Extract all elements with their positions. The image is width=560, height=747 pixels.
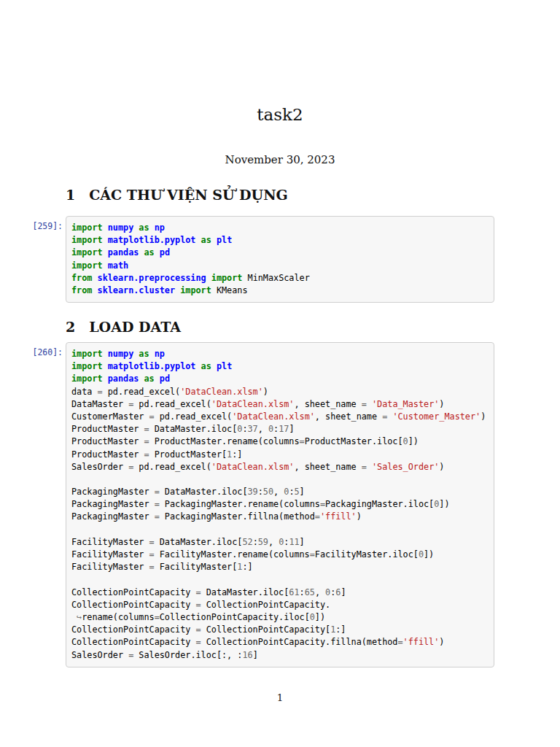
code-token: SalesOrder bbox=[71, 650, 128, 660]
code-token: as bbox=[144, 374, 154, 384]
page-number: 1 bbox=[0, 692, 560, 703]
code-token: = bbox=[320, 499, 325, 509]
pdf-page: task2 November 30, 2023 1CÁC THƯ VIỆN SỬ… bbox=[0, 0, 560, 747]
code-token: as bbox=[139, 349, 149, 359]
code-token: import bbox=[71, 349, 103, 359]
code-token bbox=[155, 374, 160, 384]
code-token: 0 bbox=[268, 424, 273, 434]
code-token: 5 bbox=[294, 487, 299, 497]
code-token: FacilityMaster.iloc[ bbox=[315, 549, 419, 560]
code-token: DataMaster.iloc[ bbox=[149, 424, 238, 434]
code-line: import numpy as np bbox=[71, 222, 492, 234]
code-line bbox=[71, 473, 492, 486]
code-token: as bbox=[201, 361, 211, 371]
code-token bbox=[211, 361, 217, 371]
code-line: import pandas as pd bbox=[71, 247, 492, 259]
code-line: FacilityMaster = DataMaster.iloc[52:59, … bbox=[71, 536, 492, 549]
code-line: PackagingMaster = PackagingMaster.rename… bbox=[71, 498, 492, 511]
code-token bbox=[103, 247, 108, 258]
code-token: ) bbox=[439, 399, 444, 409]
code-token: = bbox=[98, 387, 103, 397]
code-token: 'DataClean.xlsm' bbox=[211, 462, 295, 472]
section-number: 1 bbox=[66, 187, 75, 203]
code-token: :] bbox=[242, 562, 252, 572]
code-token: ProductMaster bbox=[71, 424, 144, 434]
code-token: MinMaxScaler bbox=[242, 273, 309, 283]
code-line: CustomerMaster = pd.read_excel('DataClea… bbox=[71, 411, 492, 423]
code-token: , bbox=[273, 487, 284, 497]
section-title: LOAD DATA bbox=[89, 319, 181, 335]
code-token: pandas bbox=[108, 374, 139, 384]
code-line: SalesOrder = SalesOrder.iloc[:, :16] bbox=[71, 649, 492, 662]
code-token bbox=[211, 235, 217, 245]
code-line: ProductMaster = DataMaster.iloc[0:37, 0:… bbox=[71, 423, 492, 436]
code-token: 0 bbox=[403, 436, 408, 446]
code-token: ] bbox=[300, 537, 305, 547]
code-token: ] bbox=[300, 487, 305, 497]
cell-execution-prompt: [260]: bbox=[0, 347, 63, 357]
code-token: from bbox=[71, 285, 92, 295]
code-token bbox=[195, 235, 201, 245]
code-token: ) bbox=[357, 511, 362, 522]
code-token: CollectionPointCapacity. bbox=[201, 600, 331, 610]
code-token: CollectionPointCapacity bbox=[71, 587, 195, 597]
code-token: : bbox=[253, 537, 258, 547]
code-token: import bbox=[71, 222, 103, 233]
code-token: 17 bbox=[279, 424, 289, 434]
code-token: FacilityMaster bbox=[71, 537, 149, 547]
code-token: , sheet_name bbox=[294, 399, 361, 409]
code-token: import bbox=[71, 361, 103, 371]
code-token: ProductMaster.rename(columns bbox=[149, 436, 300, 446]
code-token: = bbox=[397, 637, 402, 647]
code-token: 61 bbox=[289, 587, 299, 597]
code-token: 'ffill' bbox=[320, 511, 357, 522]
code-token: , bbox=[268, 537, 279, 547]
code-token: plt bbox=[217, 361, 232, 371]
section-number: 2 bbox=[66, 319, 75, 335]
code-token: PackagingMaster bbox=[71, 499, 155, 509]
code-line: CollectionPointCapacity = CollectionPoin… bbox=[71, 624, 492, 636]
code-token: = bbox=[149, 411, 155, 422]
code-token: = bbox=[144, 449, 149, 460]
code-token bbox=[103, 235, 108, 245]
code-token: 'Data_Master' bbox=[372, 399, 439, 409]
code-token: np bbox=[155, 222, 165, 233]
code-cell-imports: import numpy as npimport matplotlib.pypl… bbox=[66, 216, 494, 303]
code-token: pandas bbox=[108, 247, 139, 258]
code-token: ]) bbox=[408, 436, 419, 446]
code-token bbox=[103, 349, 108, 359]
code-token: PackagingMaster.fillna(method bbox=[160, 511, 315, 522]
code-token: math bbox=[108, 260, 128, 271]
code-token bbox=[92, 273, 97, 283]
code-token: import bbox=[180, 285, 211, 295]
code-token: FacilityMaster bbox=[71, 562, 149, 572]
code-cell-load-data: import numpy as npimport matplotlib.pypl… bbox=[66, 342, 494, 667]
code-token bbox=[103, 260, 108, 271]
code-token: import bbox=[71, 235, 103, 245]
code-token: 37 bbox=[248, 424, 258, 434]
code-token: pd.read_excel( bbox=[133, 462, 211, 472]
code-token: 'DataClean.xlsm' bbox=[180, 387, 263, 397]
code-token: matplotlib.pyplot bbox=[108, 361, 196, 371]
code-token: = bbox=[310, 549, 315, 560]
code-line: SalesOrder = pd.read_excel('DataClean.xl… bbox=[71, 461, 492, 473]
code-token: = bbox=[144, 436, 149, 446]
code-line: from sklearn.cluster import KMeans bbox=[71, 285, 492, 297]
code-token: np bbox=[155, 349, 165, 359]
code-line: PackagingMaster = PackagingMaster.fillna… bbox=[71, 511, 492, 523]
code-token: DataMaster.iloc[ bbox=[160, 487, 248, 497]
code-line: FacilityMaster = FacilityMaster[1:] bbox=[71, 561, 492, 573]
code-token: CollectionPointCapacity[ bbox=[201, 624, 331, 635]
code-token: ) bbox=[439, 462, 444, 472]
code-token: : bbox=[258, 487, 263, 497]
code-token: 'ffill' bbox=[403, 637, 440, 647]
code-token: CollectionPointCapacity bbox=[71, 624, 195, 635]
code-token: ) bbox=[481, 411, 486, 422]
code-token bbox=[155, 247, 160, 258]
code-token: 50 bbox=[263, 487, 273, 497]
section-heading-load-data: 2LOAD DATA bbox=[66, 319, 181, 335]
code-token: import bbox=[71, 247, 103, 258]
code-token bbox=[367, 462, 372, 472]
code-token: pd.read_excel( bbox=[103, 387, 181, 397]
code-line: FacilityMaster = FacilityMaster.rename(c… bbox=[71, 549, 492, 561]
